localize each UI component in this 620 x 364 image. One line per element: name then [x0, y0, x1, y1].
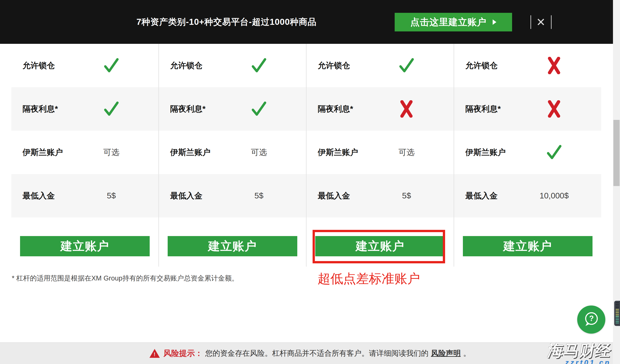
cross-icon: [547, 100, 561, 118]
row-label: 伊斯兰账户: [318, 147, 358, 158]
check-icon: [250, 57, 268, 75]
check-icon: [398, 57, 415, 75]
table-cell: 允许锁仓: [454, 44, 601, 87]
help-chat-button[interactable]: ?: [577, 305, 605, 334]
table-cell: 允许锁仓: [307, 44, 454, 87]
row-label: 隔夜利息*: [170, 103, 205, 115]
risk-text-suffix: 。: [463, 348, 471, 358]
create-account-button-2[interactable]: 建立账户: [168, 236, 297, 256]
table-cell: 允许锁仓: [159, 44, 306, 87]
divider-line: [551, 15, 552, 29]
account-column-4: 允许锁仓 隔夜利息* 伊斯兰账户 最低入金 10,000$ 建立账户: [454, 44, 601, 267]
risk-warning-bar: ! 风险提示： 您的资金存在风险。杠杆商品并不适合所有客户。请详细阅读我们的 风…: [0, 342, 620, 364]
table-cell: 隔夜利息*: [307, 87, 454, 131]
cell-value: 可选: [251, 147, 267, 158]
account-column-3: 允许锁仓 隔夜利息* 伊斯兰账户 可选 最低入金 5$ 建立账户: [307, 44, 454, 267]
leverage-footnote: * 杠杆的适用范围是根据在XM Group持有的所有交易账户总资金累计金额。: [12, 274, 238, 283]
row-label: 隔夜利息*: [318, 103, 353, 115]
table-cell: 最低入金 10,000$: [454, 174, 601, 217]
row-label: 允许锁仓: [170, 60, 202, 71]
row-label: 伊斯兰账户: [170, 147, 210, 158]
row-label: 伊斯兰账户: [465, 147, 506, 158]
cell-value: 5$: [254, 191, 264, 200]
create-account-button-1[interactable]: 建立账户: [20, 236, 150, 256]
row-label: 允许锁仓: [318, 60, 350, 71]
risk-disclosure-link[interactable]: 风险声明: [431, 348, 461, 358]
row-label: 最低入金: [318, 190, 350, 201]
risk-label: 风险提示：: [164, 348, 203, 359]
minimap-teal-marks: [616, 316, 619, 324]
close-icon[interactable]: ✕: [533, 12, 549, 32]
minimap-dark-marks: [616, 303, 619, 309]
row-label: 最低入金: [170, 190, 202, 201]
table-cell: 隔夜利息*: [159, 87, 306, 131]
annotation-note: 超低点差标准账户: [318, 270, 420, 287]
cross-icon: [547, 57, 561, 74]
cell-value: 可选: [398, 147, 415, 158]
cell-value: 5$: [402, 191, 411, 200]
row-label: 隔夜利息*: [465, 103, 501, 115]
risk-text: 您的资金存在风险。杠杆商品并不适合所有客户。请详细阅读我们的: [205, 348, 429, 358]
banner-headline: 7种资产类别-10+种交易平台-超过1000种商品: [137, 0, 316, 44]
question-bubble-icon: ?: [583, 311, 600, 329]
cell-value: 5$: [107, 191, 116, 200]
row-label: 允许锁仓: [23, 60, 55, 71]
warning-triangle-icon: !: [150, 349, 160, 358]
divider-line: [530, 15, 531, 29]
button-row: 建立账户: [307, 217, 454, 267]
banner-cta-label: 点击这里建立账户: [410, 16, 486, 28]
scrollbar-thumb[interactable]: [613, 120, 620, 186]
account-column-2: 允许锁仓 隔夜利息* 伊斯兰账户 可选 最低入金 5$ 建立账户: [159, 44, 307, 267]
check-icon: [250, 100, 268, 118]
table-cell: 隔夜利息*: [454, 87, 601, 131]
row-label: 伊斯兰账户: [23, 147, 63, 158]
table-cell: 最低入金 5$: [307, 174, 454, 217]
account-comparison-table: 允许锁仓 隔夜利息* 伊斯兰账户 可选 最低入金 5$ 建立账户 允许锁仓: [11, 44, 601, 267]
cell-value: 10,000$: [540, 191, 569, 200]
promo-banner: 7种资产类别-10+种交易平台-超过1000种商品 点击这里建立账户 ✕: [0, 0, 620, 44]
table-cell: 伊斯兰账户 可选: [11, 131, 158, 174]
cross-icon: [400, 100, 413, 118]
table-cell: 伊斯兰账户 可选: [307, 131, 454, 174]
arrow-right-icon: [493, 19, 496, 25]
button-row: 建立账户: [159, 217, 306, 267]
banner-create-account-button[interactable]: 点击这里建立账户: [395, 13, 512, 31]
button-row: 建立账户: [454, 217, 601, 267]
row-label: 隔夜利息*: [23, 103, 58, 115]
table-cell: 最低入金 5$: [11, 174, 158, 217]
table-cell: 最低入金 5$: [159, 174, 306, 217]
row-label: 允许锁仓: [465, 60, 498, 71]
account-column-1: 允许锁仓 隔夜利息* 伊斯兰账户 可选 最低入金 5$ 建立账户: [11, 44, 159, 267]
create-account-button-4[interactable]: 建立账户: [463, 236, 592, 256]
row-label: 最低入金: [23, 190, 55, 201]
check-icon: [545, 143, 563, 161]
create-account-button-3[interactable]: 建立账户: [315, 236, 445, 256]
table-cell: 伊斯兰账户: [454, 131, 601, 174]
scroll-minimap[interactable]: [614, 301, 620, 326]
svg-text:?: ?: [589, 314, 594, 323]
check-icon: [102, 100, 120, 118]
button-row: 建立账户: [11, 217, 158, 267]
banner-close-area: ✕: [529, 12, 554, 32]
cell-value: 可选: [103, 147, 119, 158]
table-cell: 隔夜利息*: [11, 87, 158, 131]
table-cell: 允许锁仓: [11, 44, 158, 87]
minimap-yellow-marks: [616, 309, 619, 316]
check-icon: [102, 57, 120, 75]
table-cell: 伊斯兰账户 可选: [159, 131, 306, 174]
row-label: 最低入金: [465, 190, 498, 201]
